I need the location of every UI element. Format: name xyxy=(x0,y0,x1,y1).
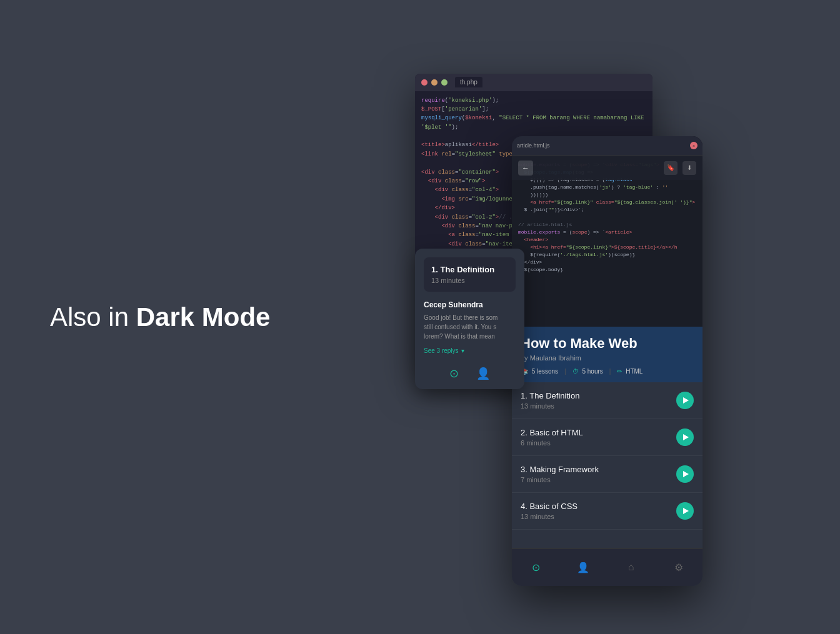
close-tab-icon[interactable]: × xyxy=(690,142,698,149)
lesson-1-info: 1. The Definition 13 minutes xyxy=(521,391,676,410)
editor-tab: th.php xyxy=(455,77,482,87)
chevron-down-icon: ▾ xyxy=(461,347,464,354)
course-info: How to Make Web by Maulana Ibrahim 📚 5 l… xyxy=(512,327,702,382)
lesson-2-info: 2. Basic of HTML 6 minutes xyxy=(521,428,676,447)
editor-titlebar: th.php xyxy=(415,74,652,91)
lesson-4-info: 4. Basic of CSS 13 minutes xyxy=(521,502,676,520)
lesson-4-duration: 13 minutes xyxy=(521,513,676,520)
lessons-count: 5 lessons xyxy=(532,368,558,375)
user-bottom-icon[interactable]: 👤 xyxy=(476,367,490,380)
nav-home[interactable]: ⌂ xyxy=(620,556,642,578)
bookmark-icon[interactable]: 🔖 xyxy=(664,161,678,175)
app-nav-bar: ← 🔖 ⬇ xyxy=(512,156,702,180)
first-lesson-title: 1. The Definition xyxy=(431,265,508,274)
lesson-item-2[interactable]: 2. Basic of HTML 6 minutes xyxy=(512,419,702,456)
see-replies-button[interactable]: See 3 replys ▾ xyxy=(424,347,516,354)
tagline-bold: Dark Mode xyxy=(136,302,271,331)
back-button[interactable]: ← xyxy=(518,161,533,176)
dot-red xyxy=(421,79,428,86)
compass-bottom-icon[interactable]: ⊙ xyxy=(449,367,459,380)
course-title: How to Make Web xyxy=(521,335,694,352)
tagline: Also in Dark Mode xyxy=(50,301,270,332)
back-icon: ← xyxy=(522,164,529,172)
app-header-bar: article.html.js × xyxy=(512,136,702,156)
first-lesson-card: 1. The Definition 13 minutes xyxy=(424,257,516,292)
lesson-3-title: 3. Making Framework xyxy=(521,465,676,474)
separator-2: | xyxy=(609,368,611,375)
comment-text: Good job! But there is somstill confused… xyxy=(424,313,516,341)
dot-green xyxy=(441,79,448,86)
nav-user[interactable]: 👤 xyxy=(572,556,594,578)
lesson-3-duration: 7 minutes xyxy=(521,476,676,483)
lesson-item-1[interactable]: 1. The Definition 13 minutes xyxy=(512,382,702,419)
nav-compass[interactable]: ⊙ xyxy=(524,556,547,578)
download-icon[interactable]: ⬇ xyxy=(682,161,696,175)
course-meta: 📚 5 lessons | ⏱ 5 hours | ✏ HTML xyxy=(521,368,694,375)
bottom-nav: ⊙ 👤 ⌂ ⚙ xyxy=(512,548,702,586)
tab-label: th.php xyxy=(460,79,478,86)
lesson-1-duration: 13 minutes xyxy=(521,402,676,410)
lesson-1-title: 1. The Definition xyxy=(521,391,676,400)
first-lesson-duration: 13 minutes xyxy=(431,277,508,284)
lesson-1-play[interactable] xyxy=(676,392,694,409)
mobile-app-screenshot: article.html.js × mobile.exports = (scop… xyxy=(512,136,702,586)
dot-yellow xyxy=(431,79,438,86)
left-panel: 1. The Definition 13 minutes Cecep Suhen… xyxy=(415,249,524,389)
lesson-2-duration: 6 minutes xyxy=(521,439,676,447)
lesson-4-play[interactable] xyxy=(676,502,694,520)
lesson-3-play[interactable] xyxy=(676,465,694,483)
hours-meta: ⏱ 5 hours xyxy=(572,368,603,375)
see-replies-label: See 3 replys xyxy=(424,347,459,354)
panel-bottom-icons: ⊙ 👤 xyxy=(424,367,516,380)
lesson-2-title: 2. Basic of HTML xyxy=(521,428,676,437)
lesson-4-title: 4. Basic of CSS xyxy=(521,502,676,511)
language-label: HTML xyxy=(626,368,642,375)
lesson-2-play[interactable] xyxy=(676,428,694,446)
nav-settings[interactable]: ⚙ xyxy=(668,556,690,578)
lesson-3-info: 3. Making Framework 7 minutes xyxy=(521,465,676,483)
separator-1: | xyxy=(564,368,566,375)
pencil-icon: ✏ xyxy=(617,368,622,375)
language-meta: ✏ HTML xyxy=(617,368,642,375)
app-header: article.html.js × mobile.exports = (scop… xyxy=(512,136,702,327)
commenter-name: Cecep Suhendra xyxy=(424,300,516,309)
screenshots-container: th.php require('koneksi.php'); $_POST['p… xyxy=(415,74,740,561)
lesson-item-3[interactable]: 3. Making Framework 7 minutes xyxy=(512,456,702,493)
header-filename: article.html.js xyxy=(517,142,550,149)
lessons-meta: 📚 5 lessons xyxy=(521,368,558,375)
nav-icons-right: 🔖 ⬇ xyxy=(664,161,696,175)
clock-icon: ⏱ xyxy=(572,368,579,375)
lesson-item-4[interactable]: 4. Basic of CSS 13 minutes xyxy=(512,493,702,530)
lessons-list: 1. The Definition 13 minutes 2. Basic of… xyxy=(512,382,702,530)
hours-count: 5 hours xyxy=(582,368,602,375)
comment-section: Cecep Suhendra Good job! But there is so… xyxy=(424,300,516,354)
tagline-normal: Also in xyxy=(50,302,136,331)
course-author: by Maulana Ibrahim xyxy=(521,354,694,362)
